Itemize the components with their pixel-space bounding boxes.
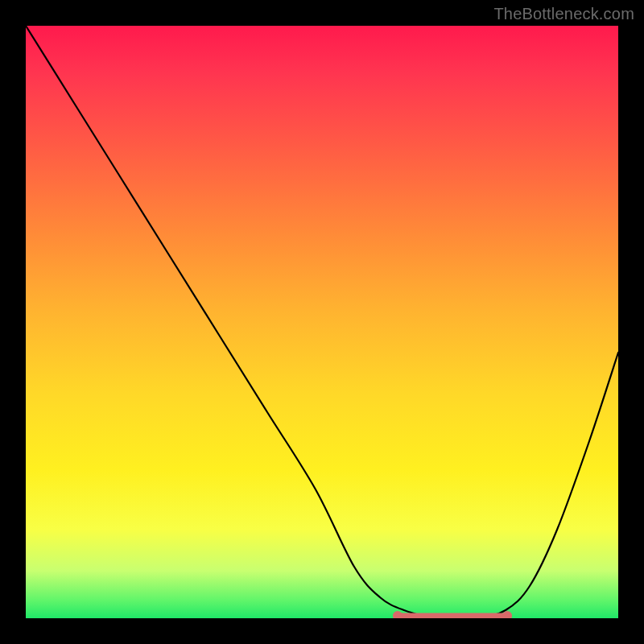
watermark-text: TheBottleneck.com [493, 5, 634, 23]
curve-layer [26, 26, 618, 618]
flat-segment-dot-left [393, 611, 402, 618]
plot-area [26, 26, 618, 618]
chart-frame: TheBottleneck.com [0, 0, 644, 644]
bottleneck-curve [26, 26, 618, 618]
